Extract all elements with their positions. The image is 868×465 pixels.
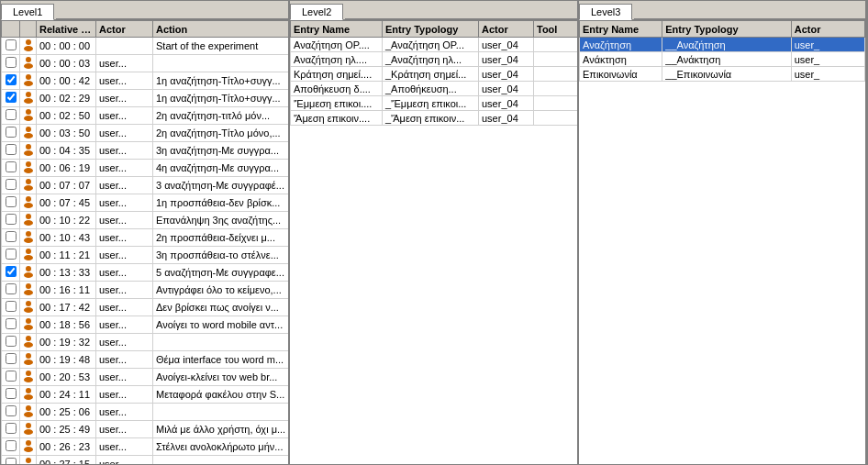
table-row[interactable]: Αναζήτηση ΟΡ...._Αναζήτηση ΟΡ...user_04 [291, 38, 578, 52]
table-row[interactable]: Αποθήκευση δ...._Αποθήκευση...user_04 [291, 82, 578, 96]
table-row[interactable]: 'Άμεση επικοιν...._'Άμεση επικοιν...user… [291, 111, 578, 126]
table-row[interactable]: 00 : 24 : 11user...Μεταφορά φακέλου στην… [2, 386, 289, 404]
row-actor: user... [96, 369, 153, 386]
person-icon [22, 352, 35, 365]
table-row[interactable]: 00 : 18 : 56user...Ανοίγει το word mobil… [2, 316, 289, 334]
tab-level1[interactable]: Level1 [1, 4, 54, 20]
svg-point-44 [26, 423, 31, 428]
tab-level3[interactable]: Level3 [579, 4, 632, 20]
panel3-table-container[interactable]: Entry Name Entry Typology Actor Αναζήτησ… [579, 20, 865, 464]
table-row[interactable]: Επικοινωνία__Επικοινωνίαuser_ [580, 67, 865, 82]
row-actor: user... [96, 55, 153, 72]
row-checkbox[interactable] [6, 371, 17, 382]
panel1-table: Relative T... Actor Action 00 : 00 : 00S… [1, 20, 288, 464]
row-action [153, 55, 289, 72]
row-checkbox[interactable] [6, 266, 17, 277]
person-icon [22, 126, 35, 138]
row-action: 4η αναζήτηση-Με συγγρα... [153, 160, 289, 177]
table-row[interactable]: 00 : 13 : 33user...5 αναζήτηση-Με συγγρα… [2, 264, 289, 282]
row-checkbox[interactable] [6, 423, 17, 434]
row-action: Επανάληψη 3ης αναζήτης... [153, 212, 289, 229]
table-row[interactable]: 00 : 10 : 43user...2η προσπάθεια-δείχνει… [2, 229, 289, 247]
row-action [153, 456, 289, 465]
row-actor: user_04 [479, 82, 534, 96]
table-row[interactable]: 00 : 16 : 11user...Αντιγράφει όλο το κεί… [2, 282, 289, 299]
table-row[interactable]: 00 : 19 : 48user...Θέμα interface του wo… [2, 351, 289, 369]
svg-point-2 [26, 57, 31, 62]
table-row[interactable]: 'Έμμεση επικοι...._'Έμμεση επικοι...user… [291, 96, 578, 111]
person-icon [22, 335, 35, 348]
panel1-table-container[interactable]: Relative T... Actor Action 00 : 00 : 00S… [1, 20, 288, 464]
row-checkbox[interactable] [6, 283, 17, 294]
row-checkbox[interactable] [6, 405, 17, 416]
table-row[interactable]: 00 : 04 : 35user...3η αναζήτηση-Με συγγρ… [2, 142, 289, 160]
row-entry-name: 'Άμεση επικοιν.... [291, 111, 383, 126]
table-row[interactable]: Αναζήτηση__Αναζήτησηuser_ [580, 38, 865, 52]
row-actor: user... [96, 299, 153, 316]
table-row[interactable]: 00 : 03 : 50user...2η αναζήτηση-Τίτλο μό… [2, 125, 289, 142]
svg-point-23 [24, 238, 33, 243]
row-checkbox[interactable] [6, 388, 17, 399]
table-row[interactable]: 00 : 00 : 03user... [2, 55, 289, 72]
row-icon-cell [20, 212, 37, 229]
row-checkbox[interactable] [6, 179, 17, 190]
person-icon [22, 317, 35, 330]
table-row[interactable]: 00 : 06 : 19user...4η αναζήτηση-Με συγγρ… [2, 160, 289, 177]
table-row[interactable]: 00 : 17 : 42user...Δεν βρίσκει πως ανοίγ… [2, 299, 289, 316]
row-tool [534, 82, 578, 96]
table-row[interactable]: 00 : 07 : 07user...3 αναζήτηση-Με συγγρα… [2, 177, 289, 194]
row-checkbox-cell [2, 194, 20, 212]
svg-point-48 [26, 458, 31, 463]
row-checkbox[interactable] [6, 458, 17, 464]
row-checkbox[interactable] [6, 39, 17, 50]
row-checkbox[interactable] [6, 353, 17, 364]
table-row[interactable]: 00 : 19 : 32user... [2, 334, 289, 351]
person-icon [22, 370, 35, 382]
table-row[interactable]: 00 : 27 : 15user... [2, 456, 289, 465]
table-row[interactable]: 00 : 11 : 21user...3η προσπάθεια-το στέλ… [2, 247, 289, 264]
row-checkbox[interactable] [6, 440, 17, 451]
panel2-table-container[interactable]: Entry Name Entry Typology Actor Tool Ανα… [290, 20, 577, 464]
table-row[interactable]: 00 : 02 : 29user...1η αναζήτηση-Τίτλο+συ… [2, 90, 289, 107]
svg-point-15 [24, 168, 33, 173]
row-icon-cell [20, 55, 37, 72]
row-checkbox[interactable] [6, 92, 17, 103]
svg-point-14 [26, 161, 31, 167]
col-icon [20, 21, 37, 38]
row-checkbox[interactable] [6, 249, 17, 260]
row-checkbox-cell [2, 316, 20, 334]
col-entry-name: Entry Name [291, 21, 383, 38]
row-checkbox[interactable] [6, 336, 17, 347]
person-icon [22, 422, 35, 435]
row-checkbox[interactable] [6, 109, 17, 120]
table-row[interactable]: 00 : 26 : 23user...Στέλνει ανολοκλήρωτο … [2, 438, 289, 456]
row-time: 00 : 04 : 35 [37, 142, 96, 160]
table-row[interactable]: Κράτηση σημεί...._Κράτηση σημεί...user_0… [291, 67, 578, 82]
person-icon [22, 91, 35, 104]
table-row[interactable]: 00 : 00 : 00Start of the experiment [2, 38, 289, 55]
row-checkbox[interactable] [6, 57, 17, 68]
row-checkbox[interactable] [6, 144, 17, 155]
table-row[interactable]: 00 : 25 : 06user... [2, 404, 289, 421]
table-row[interactable]: 00 : 00 : 42user...1η αναζήτηση-Τίτλο+συ… [2, 72, 289, 90]
row-checkbox[interactable] [6, 301, 17, 312]
tab-level2[interactable]: Level2 [290, 4, 343, 20]
row-icon-cell [20, 456, 37, 465]
row-checkbox[interactable] [6, 74, 17, 85]
row-checkbox[interactable] [6, 231, 17, 242]
table-row[interactable]: 00 : 02 : 50user...2η αναζήτηση-τιτλό μό… [2, 107, 289, 125]
table-row[interactable]: Ανάκτηση__Ανάκτησηuser_ [580, 52, 865, 67]
table-row[interactable]: 00 : 10 : 22user...Επανάληψη 3ης αναζήτη… [2, 212, 289, 229]
row-checkbox[interactable] [6, 127, 17, 138]
row-checkbox[interactable] [6, 196, 17, 207]
row-checkbox[interactable] [6, 318, 17, 329]
table-row[interactable]: 00 : 07 : 45user...1η προσπάθεια-δεν βρί… [2, 194, 289, 212]
table-row[interactable]: 00 : 25 : 49user...Μιλά με άλλο χρήστη, … [2, 421, 289, 438]
table-row[interactable]: 00 : 20 : 53user...Ανοίγει-κλείνει τον w… [2, 369, 289, 386]
row-actor: user... [96, 142, 153, 160]
panel2-tab-bar: Level2 [290, 1, 577, 20]
row-action: 1η αναζήτηση-Τίτλο+συγγ... [153, 72, 289, 90]
table-row[interactable]: Αναζήτηση ηλ...._Αναζήτηση ηλ...user_04 [291, 52, 578, 67]
row-checkbox[interactable] [6, 161, 17, 172]
row-checkbox[interactable] [6, 214, 17, 225]
